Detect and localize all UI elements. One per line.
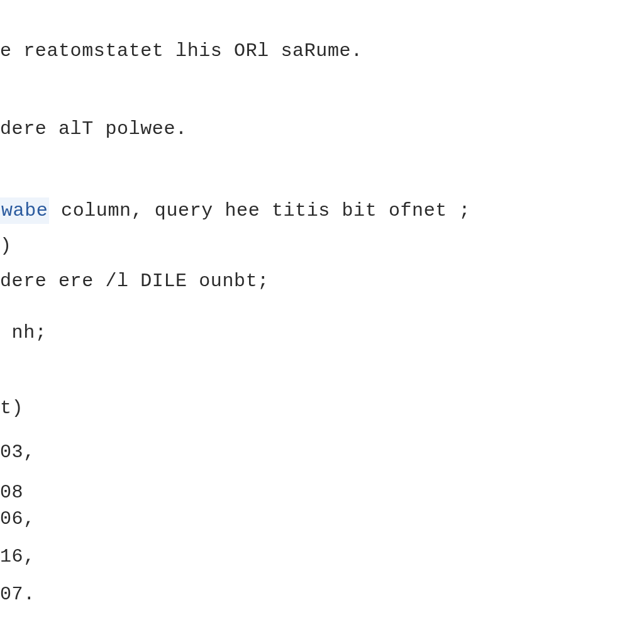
code-text: 16,: [0, 543, 35, 570]
code-text: 08: [0, 479, 23, 506]
code-line: dere alT polwee.: [0, 116, 644, 142]
code-line: t): [0, 395, 644, 421]
code-text: ): [0, 233, 12, 259]
code-text: reatomstatet lhis ORl saRume.: [12, 38, 363, 64]
code-line: 07.: [0, 581, 644, 608]
code-line: dere ere /l DILE ounbt;: [0, 268, 644, 294]
code-text: 07.: [0, 581, 35, 608]
code-line: nh;: [0, 319, 644, 346]
code-text: nh;: [0, 319, 47, 346]
code-text: column, query hee titis bit ofnet ;: [49, 197, 470, 224]
code-block: e reatomstatet lhis ORl saRume. dere alT…: [0, 0, 644, 608]
code-text: 03,: [0, 439, 35, 465]
code-text: dere ere /l DILE ounbt;: [0, 268, 269, 294]
code-line: 03,: [0, 439, 644, 465]
code-line: ): [0, 224, 644, 268]
code-line: 08: [0, 479, 644, 506]
code-text: dere alT polwee.: [0, 116, 187, 142]
code-line: wabe column, query hee titis bit ofnet ;: [0, 197, 644, 224]
code-keyword: wabe: [0, 197, 49, 224]
code-text: t): [0, 395, 23, 421]
code-line: 16,: [0, 543, 644, 570]
code-text: 06,: [0, 506, 35, 532]
code-line: e reatomstatet lhis ORl saRume.: [0, 38, 644, 64]
code-line: 06,: [0, 506, 644, 532]
code-text: e: [0, 38, 12, 64]
